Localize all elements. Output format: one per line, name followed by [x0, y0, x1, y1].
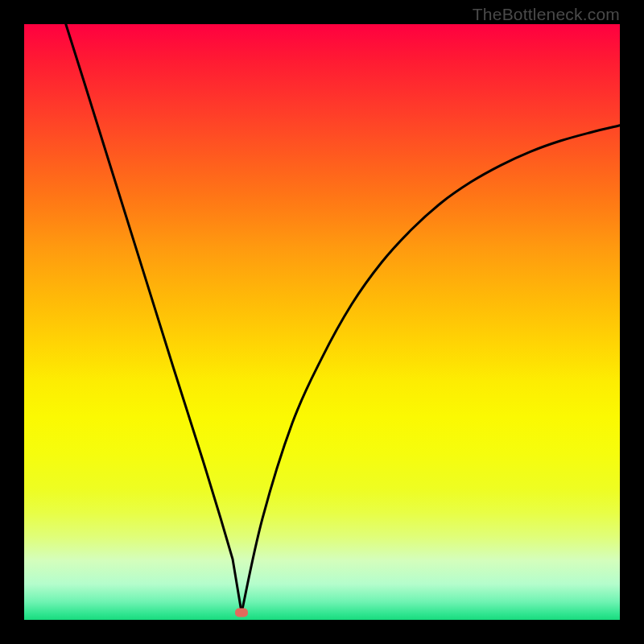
curve-layer: [24, 24, 620, 620]
minimum-marker: [235, 609, 248, 617]
watermark-text: TheBottleneck.com: [473, 5, 620, 24]
plot-area: [24, 24, 620, 620]
right-branch-curve: [242, 126, 620, 613]
left-branch-curve: [66, 24, 242, 613]
chart-frame: TheBottleneck.com: [0, 0, 644, 644]
